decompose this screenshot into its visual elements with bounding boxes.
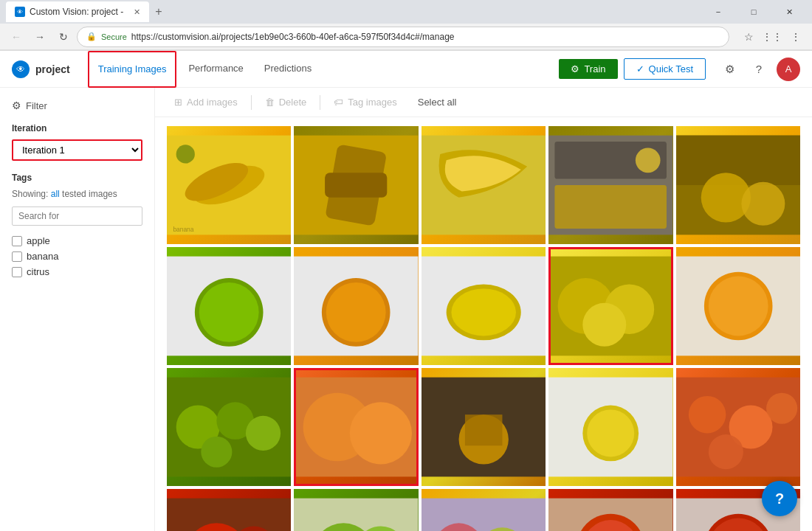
train-button[interactable]: ⚙ Train: [559, 59, 617, 79]
list-item[interactable]: [422, 247, 546, 365]
citrus-checkbox[interactable]: [12, 267, 22, 277]
svg-point-22: [326, 282, 386, 342]
forward-button[interactable]: →: [30, 27, 50, 47]
filter-row[interactable]: ⚙ Filter: [12, 100, 142, 111]
header-icons: ⚙ ? A: [718, 58, 800, 81]
lock-icon: 🔒: [86, 32, 97, 41]
tag-search-input[interactable]: [12, 206, 142, 226]
apple-checkbox[interactable]: [12, 236, 22, 246]
tab-title: Custom Vision: project -: [30, 7, 123, 17]
svg-rect-43: [465, 414, 503, 445]
tag-item-banana[interactable]: banana: [12, 249, 142, 264]
svg-rect-11: [555, 185, 667, 229]
svg-point-3: [176, 145, 195, 163]
svg-point-51: [708, 434, 743, 469]
star-button[interactable]: ☆: [738, 27, 759, 47]
iteration-label: Iteration: [12, 123, 142, 133]
list-item[interactable]: [548, 126, 672, 244]
back-button[interactable]: ←: [6, 27, 27, 47]
svg-point-40: [350, 402, 412, 464]
list-item[interactable]: [548, 489, 672, 531]
tag-images-button[interactable]: 🏷 Tag images: [326, 94, 404, 111]
iteration-select[interactable]: Iteration 1: [13, 141, 141, 159]
banana-checkbox[interactable]: [12, 251, 22, 262]
content-area: ⊞ Add images 🗑 Delete 🏷 Tag images Selec…: [155, 88, 812, 531]
list-item[interactable]: [167, 368, 291, 486]
app-title: project: [35, 63, 70, 75]
image-grid: banana: [155, 117, 812, 531]
add-images-button[interactable]: ⊞ Add images: [167, 94, 245, 111]
list-item[interactable]: [167, 489, 291, 531]
list-item[interactable]: [676, 126, 800, 244]
refresh-button[interactable]: ↻: [53, 27, 74, 47]
menu-button[interactable]: ⋮: [785, 27, 806, 47]
toolbar-divider-2: [320, 95, 320, 110]
svg-point-48: [688, 396, 726, 434]
help-fab-button[interactable]: ?: [762, 481, 797, 516]
svg-point-12: [636, 148, 661, 173]
list-item[interactable]: [548, 247, 672, 365]
list-item[interactable]: [548, 368, 672, 486]
settings-button[interactable]: ⚙: [718, 58, 741, 81]
image-row-4: [167, 489, 800, 531]
minimize-button[interactable]: −: [701, 0, 735, 24]
delete-button[interactable]: 🗑 Delete: [258, 94, 314, 111]
train-icon: ⚙: [571, 63, 579, 74]
svg-rect-7: [326, 173, 388, 198]
list-item[interactable]: [294, 126, 418, 244]
tags-section: Tags Showing: all tested images apple ba…: [12, 173, 142, 280]
close-button[interactable]: ✕: [772, 0, 806, 24]
filter-icon: ⚙: [12, 100, 21, 111]
svg-point-29: [583, 303, 627, 347]
tab-training-images[interactable]: Training Images: [88, 51, 177, 88]
quick-test-icon: ✓: [636, 63, 644, 74]
list-item[interactable]: [294, 247, 418, 365]
list-item[interactable]: [676, 368, 800, 486]
quick-test-button[interactable]: ✓ Quick Test: [624, 58, 706, 80]
tags-label: Tags: [12, 173, 142, 183]
new-tab-button[interactable]: +: [149, 6, 168, 18]
svg-rect-58: [422, 499, 546, 531]
svg-point-37: [201, 437, 232, 468]
maximize-button[interactable]: □: [737, 0, 771, 24]
extensions-button[interactable]: ⋮⋮: [762, 27, 782, 47]
tab-performance[interactable]: Performance: [179, 51, 252, 88]
app-header: 👁 project Training Images Performance Pr…: [0, 51, 812, 88]
tab-predictions[interactable]: Predictions: [255, 51, 320, 88]
avatar[interactable]: A: [777, 58, 800, 81]
svg-point-19: [199, 282, 259, 342]
list-item[interactable]: [676, 247, 800, 365]
select-all-button[interactable]: Select all: [410, 94, 464, 111]
tab-close-btn[interactable]: ✕: [134, 7, 140, 17]
list-item[interactable]: [422, 126, 546, 244]
list-item[interactable]: [422, 368, 546, 486]
list-item[interactable]: [167, 247, 291, 365]
apple-label: apple: [27, 235, 50, 246]
showing-all-link[interactable]: all: [51, 189, 60, 199]
help-button[interactable]: ?: [747, 58, 771, 81]
address-bar[interactable]: 🔒 Secure https://customvision.ai/project…: [77, 27, 729, 47]
image-row-1: banana: [167, 126, 800, 244]
tag-icon: 🏷: [334, 97, 343, 108]
list-item[interactable]: [422, 489, 546, 531]
svg-point-25: [451, 288, 516, 336]
toolbar: ⊞ Add images 🗑 Delete 🏷 Tag images Selec…: [155, 88, 812, 117]
sidebar: ⚙ Filter Iteration Iteration 1 Tags Show…: [0, 88, 155, 531]
image-row-3: [167, 368, 800, 486]
main-layout: ⚙ Filter Iteration Iteration 1 Tags Show…: [0, 88, 812, 531]
list-item[interactable]: [294, 489, 418, 531]
svg-point-36: [246, 416, 281, 451]
tag-item-citrus[interactable]: citrus: [12, 264, 142, 280]
svg-point-50: [766, 393, 797, 424]
filter-label: Filter: [26, 100, 47, 111]
app-logo-icon: 👁: [12, 60, 30, 78]
list-item[interactable]: banana: [167, 126, 291, 244]
showing-text: Showing: all tested images: [12, 189, 142, 199]
image-row-2: [167, 247, 800, 365]
browser-tab[interactable]: 👁 Custom Vision: project - ✕: [6, 1, 149, 22]
url-text: https://customvision.ai/projects/1eb9e0c…: [131, 32, 455, 42]
toolbar-divider-1: [251, 95, 252, 110]
tag-item-apple[interactable]: apple: [12, 233, 142, 249]
app-logo: 👁 project: [12, 60, 70, 78]
list-item[interactable]: [294, 368, 418, 486]
